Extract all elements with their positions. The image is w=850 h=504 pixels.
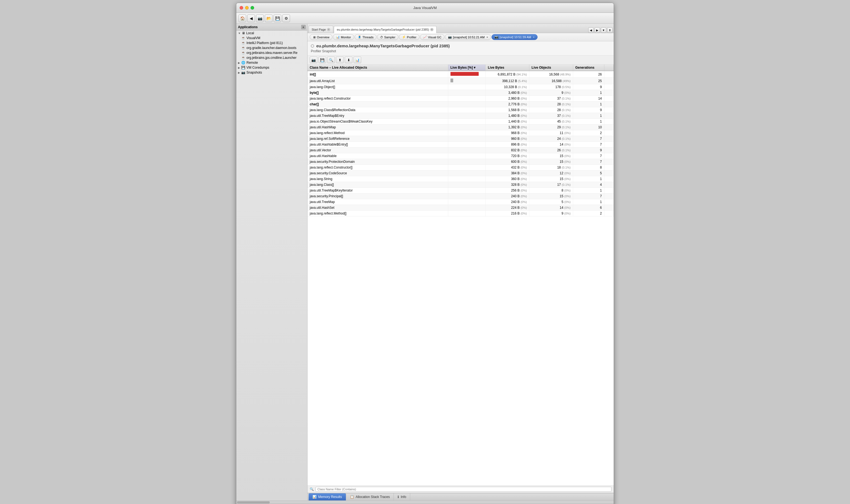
table-row: java.util.Hashtable720 B (0%)15 (0%)7 (308, 153, 614, 159)
tab-menu-button[interactable]: ▼ (601, 28, 606, 33)
cell-live-objects: 17 (0.1%) (529, 182, 573, 188)
settings-button[interactable]: ⚙ (282, 15, 290, 22)
cell-generations: 4 (573, 182, 604, 188)
cell-class-name: char[] (308, 102, 448, 107)
cell-generations: 2 (573, 211, 604, 216)
tab-close-start-page[interactable]: × (327, 28, 330, 31)
table-row: java.util.HashSet224 B (0%)14 (0%)6 (308, 205, 614, 211)
tree-item-local[interactable]: ▼ 🖥 Local (236, 31, 307, 36)
cell-live-objects: 37 (0.1%) (529, 113, 573, 119)
save-button[interactable]: 💾 (274, 15, 281, 22)
bottom-tab-allocation-stack[interactable]: 📋 Allocation Stack Traces (346, 493, 394, 501)
tab-bar: Start Page × eu.plumbr.demo.largeheap.Ma… (308, 24, 614, 33)
cell-live-objects: 18 (0.1%) (529, 165, 573, 170)
tree-item-snapshots[interactable]: ▶ 📷 Snapshots (236, 70, 307, 75)
data-table: Class Name – Live Allocated Objects Live… (308, 65, 614, 216)
horizontal-scrollbar[interactable] (236, 501, 614, 504)
cell-generations: 9 (573, 107, 604, 113)
find-btn[interactable]: 🔍 (327, 57, 335, 63)
table-row: java.security.Principal[]240 B (0%)15 (0… (308, 194, 614, 199)
bottom-tab-memory-results[interactable]: 📊 Memory Results (309, 493, 346, 501)
tree-arrow-local: ▼ (238, 32, 241, 35)
cell-spacer (604, 188, 613, 194)
cell-live-bytes: 10,328 B (0.1%) (486, 84, 529, 90)
minimize-button[interactable] (245, 6, 249, 10)
cell-class-name: java.util.HashSet (308, 205, 448, 211)
tab-close-snapshot1[interactable]: × (487, 36, 488, 39)
tree-arrow-coredumps: ▶ (238, 66, 240, 69)
sidebar-menu-button[interactable]: ≡ (301, 25, 306, 29)
cell-live-bytes: 1,440 B (0%) (486, 119, 529, 125)
close-button[interactable] (240, 6, 243, 10)
tree-item-coredumps[interactable]: ▶ 💾 VM Coredumps (236, 65, 307, 70)
tab-overview-label: Overview (317, 36, 329, 39)
tree-item-maven[interactable]: ☕ org.jetbrains.idea.maven.server.Re (236, 50, 307, 55)
class-name-filter[interactable] (315, 487, 611, 492)
cell-spacer (604, 153, 613, 159)
col-class-name[interactable]: Class Name – Live Allocated Objects (308, 65, 448, 71)
cell-spacer (604, 113, 613, 119)
snapshot-btn[interactable]: 📷 (310, 57, 317, 63)
tree-item-intellij[interactable]: ☕ IntelliJ Platform (pid 811) (236, 40, 307, 46)
cell-live-bytes: 384 B (0%) (486, 170, 529, 176)
scrollbar-thumb[interactable] (237, 501, 270, 503)
save-snapshot-btn[interactable]: 💾 (318, 57, 326, 63)
window-title: Java VisualVM (413, 6, 437, 10)
back-button[interactable]: ◀ (247, 15, 255, 22)
tree-label-visualvm: VisualVM (246, 36, 260, 40)
tab-start-page[interactable]: Start Page × (309, 26, 333, 33)
cell-class-name: java.lang.Class[] (308, 182, 448, 188)
cell-generations: 1 (573, 199, 604, 205)
col-generations[interactable]: Generations (573, 65, 604, 71)
screenshot-button[interactable]: 📷 (256, 15, 264, 22)
cell-class-name: java.lang.ref.SoftReference (308, 136, 448, 142)
scroll-right-tab[interactable]: ▶ (594, 28, 600, 33)
tab-close-snapshot2[interactable]: × (533, 36, 534, 39)
col-live-objects[interactable]: Live Objects (529, 65, 573, 71)
cell-live-bytes: 600 B (0%) (486, 159, 529, 165)
bottom-tabs: 📊 Memory Results 📋 Allocation Stack Trac… (308, 493, 614, 501)
cell-generations: 14 (573, 96, 604, 102)
scroll-left-tab[interactable]: ◀ (588, 28, 594, 33)
tab-snapshot-1[interactable]: 📷 [snapshot] 10:51:21 AM × (445, 34, 491, 40)
allocation-stack-label: Allocation Stack Traces (356, 495, 390, 499)
col-spacer (604, 65, 613, 71)
tab-profiler[interactable]: ⚡ Profiler (399, 34, 419, 40)
cell-generations: 9 (573, 84, 604, 90)
table-body: int[]6,891,872 B (94.1%)16,568 (48.9%)26… (308, 71, 614, 216)
tab-overview[interactable]: 🖥 Overview (310, 34, 332, 40)
tab-close-main-app[interactable]: × (430, 28, 433, 31)
cell-generations: 1 (573, 119, 604, 125)
tree-item-jps[interactable]: ☕ org.jetbrains.jps.cmdline.Launcher (236, 55, 307, 60)
cell-bar (448, 125, 486, 130)
open-button[interactable]: 📂 (265, 15, 273, 22)
maximize-button[interactable] (250, 6, 254, 10)
tree-item-remote[interactable]: ▶ 🌐 Remote (236, 60, 307, 65)
cell-bar (448, 102, 486, 107)
memory-results-label: Memory Results (318, 495, 342, 499)
tab-sampler[interactable]: ⏱ Sampler (377, 34, 398, 40)
table-row: java.lang.reflect.Method[]216 B (0%)9 (0… (308, 211, 614, 216)
tab-monitor[interactable]: 📊 Monitor (333, 34, 354, 40)
chart-btn[interactable]: 📊 (353, 57, 361, 63)
cell-generations: 7 (573, 153, 604, 159)
tree-item-gradle[interactable]: ☕ org.gradle.launcher.daemon.boots (236, 46, 307, 50)
col-live-bytes[interactable]: Live Bytes (486, 65, 529, 71)
export-btn[interactable]: ⬆ (336, 57, 344, 63)
cell-spacer (604, 182, 613, 188)
tab-threads[interactable]: 🧵 Threads (354, 34, 377, 40)
cell-live-objects: 28 (0.1%) (529, 102, 573, 107)
home-button[interactable]: 🏠 (239, 15, 246, 22)
bottom-tab-info[interactable]: ℹ Info (394, 493, 410, 501)
tab-visual-gc[interactable]: 📈 Visual GC (420, 34, 445, 40)
tab-snapshot-2[interactable]: 📷 [snapshot] 10:51:39 AM × (491, 34, 538, 40)
table-container: Class Name – Live Allocated Objects Live… (308, 65, 614, 485)
cell-live-bytes: 432 B (0%) (486, 165, 529, 170)
col-live-bytes-bar[interactable]: Live Bytes [%] ▾ (448, 65, 486, 71)
tree-item-visualvm[interactable]: ☕ VisualVM (236, 36, 307, 40)
tab-main-app[interactable]: eu.plumbr.demo.largeheap.ManyTargetsGarb… (334, 26, 436, 33)
detach-button[interactable]: ⬆ (607, 28, 612, 33)
import-btn[interactable]: ⬇ (345, 57, 352, 63)
cell-bar (448, 78, 486, 84)
cell-class-name: java.util.Vector (308, 147, 448, 153)
